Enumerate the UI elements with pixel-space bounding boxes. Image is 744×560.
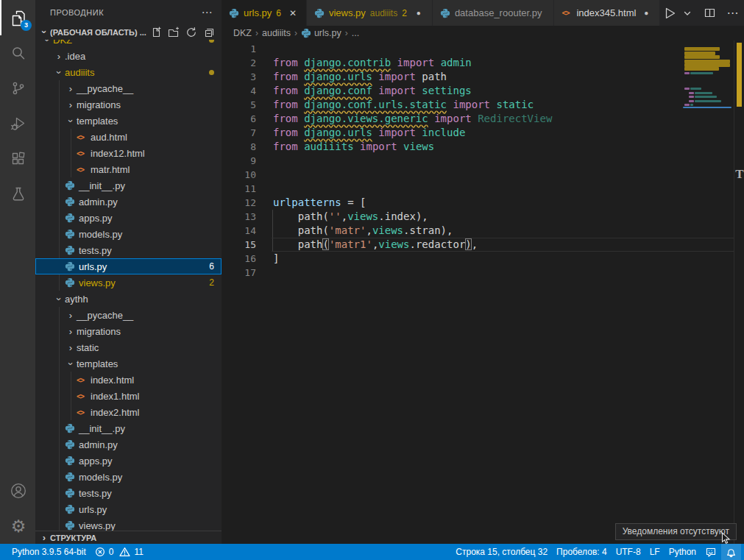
tree-item-urls.py[interactable]: urls.py (35, 501, 222, 517)
tree-item-__init__.py[interactable]: __init__.py (35, 420, 222, 436)
tree-item-tests.py[interactable]: tests.py (35, 242, 222, 258)
modified-dot-icon[interactable]: ● (640, 9, 652, 17)
refresh-button[interactable] (185, 26, 198, 39)
status-encoding[interactable]: UTF-8 (612, 544, 645, 560)
tree-item-.idea[interactable]: ›.idea (35, 48, 222, 64)
breadcrumb-item-audiiits[interactable]: audiiits (262, 28, 291, 38)
code-line-16[interactable]: 16] (222, 252, 744, 266)
tree-item-views.py[interactable]: views.py2 (35, 274, 222, 291)
status-eol[interactable]: LF (645, 544, 665, 560)
code-line-1[interactable]: 1 (222, 42, 744, 56)
editor-scrollbar[interactable]: T (734, 40, 744, 544)
code-line-12[interactable]: 12urlpatterns = [ (222, 196, 744, 210)
tab-index345[interactable]: <>index345.html● (554, 0, 660, 26)
status-feedback[interactable] (701, 544, 721, 560)
tree-item-index.html[interactable]: <>index.html (35, 372, 222, 388)
close-icon[interactable]: ✕ (287, 8, 299, 18)
workspace-actions (149, 26, 216, 39)
python-file-icon (65, 520, 79, 531)
tree-item-migrations[interactable]: ›migrations (35, 96, 222, 113)
tab-database-roouter[interactable]: database_roouter.py (433, 0, 555, 26)
code-line-8[interactable]: 8from audiiits import views (222, 140, 744, 154)
code-line-6[interactable]: 6from django.views.generic import Redire… (222, 112, 744, 126)
tree-item-index1.html[interactable]: <>index1.html (35, 388, 222, 404)
more-actions-button[interactable]: ⋯ (724, 4, 741, 23)
activity-item-settings[interactable]: ⚙ (0, 508, 35, 544)
tree-item-models.py[interactable]: models.py (35, 226, 222, 242)
activity-item-testing[interactable] (0, 177, 35, 212)
code-line-7[interactable]: 7from django.urls import include (222, 126, 744, 140)
tree-item-admin.py[interactable]: admin.py (35, 194, 222, 210)
tree-item-aythh[interactable]: ›aythh (35, 291, 222, 307)
breadcrumb-item-urls.py[interactable]: urls.py (301, 28, 341, 38)
status-notifications[interactable] (721, 544, 741, 560)
tree-item-aud.html[interactable]: <>aud.html (35, 129, 222, 145)
tree-item-apps.py[interactable]: apps.py (35, 210, 222, 226)
code-line-4[interactable]: 4from django.conf import settings (222, 84, 744, 98)
code-line-11[interactable]: 11 (222, 182, 744, 196)
code-line-9[interactable]: 9 (222, 154, 744, 168)
activity-item-explorer[interactable]: 3 (0, 0, 35, 35)
tree-item-templates[interactable]: ›templates (35, 113, 222, 129)
activity-item-extensions[interactable] (0, 141, 35, 177)
minimap[interactable] (682, 40, 734, 544)
code-token: from (273, 141, 304, 152)
outline-section-header[interactable]: › СТРУКТУРА (35, 531, 222, 544)
code-line-3[interactable]: 3from django.urls import path (222, 70, 744, 84)
run-button[interactable] (660, 4, 679, 23)
tree-item-audiiits[interactable]: ›audiiits (35, 64, 222, 80)
breadcrumb-item-DKZ[interactable]: DKZ (233, 28, 252, 38)
tree-item-__pycache__[interactable]: ›__pycache__ (35, 80, 222, 96)
tree-item-index2.html[interactable]: <>index2.html (35, 404, 222, 420)
activity-item-search[interactable] (0, 35, 35, 71)
status-problems[interactable]: 011 (91, 544, 148, 560)
tree-item-migrations[interactable]: ›migrations (35, 323, 222, 339)
breadcrumb-item-...[interactable]: ... (352, 28, 359, 38)
tree-item-DKZ[interactable]: ›DKZ (35, 40, 222, 48)
split-editor-button[interactable] (701, 4, 718, 23)
code-line-14[interactable]: 14 path('matr',views.stran), (222, 224, 744, 238)
status-language-mode[interactable]: Python (665, 544, 701, 560)
activity-item-account[interactable] (0, 473, 35, 508)
collapse-all-button[interactable] (202, 26, 216, 39)
status-cursor-position[interactable]: Строка 15, столбец 32 (451, 544, 552, 560)
tree-item-matr.html[interactable]: <>matr.html (35, 161, 222, 177)
code-line-2[interactable]: 2from django.contrib import admin (222, 56, 744, 70)
activity-item-run-debug[interactable] (0, 106, 35, 141)
tree-item-views.py[interactable]: views.py (35, 517, 222, 531)
status-indentation[interactable]: Пробелов: 4 (552, 544, 612, 560)
tree-item-templates[interactable]: ›templates (35, 355, 222, 372)
modified-dot-icon[interactable]: ● (413, 9, 425, 17)
activity-item-source-control[interactable] (0, 71, 35, 106)
tree-item-admin.py[interactable]: admin.py (35, 436, 222, 453)
chevron-down-icon: › (65, 358, 77, 369)
new-file-button[interactable] (149, 26, 163, 39)
code-line-10[interactable]: 10 (222, 168, 744, 182)
tree-item-apps.py[interactable]: apps.py (35, 453, 222, 469)
line-number: 8 (222, 140, 256, 154)
tree-item-index12.html[interactable]: <>index12.html (35, 145, 222, 161)
workspace-header[interactable]: › (РАБОЧАЯ ОБЛАСТЬ) ... (35, 24, 222, 40)
run-dropdown-chevron-icon[interactable] (681, 4, 694, 23)
code-line-15[interactable]: 15 path('matr1',views.redactor), (222, 238, 744, 252)
line-content: from django.urls import include (256, 127, 465, 138)
tree-item-__pycache__[interactable]: ›__pycache__ (35, 307, 222, 323)
tree-item-models.py[interactable]: models.py (35, 469, 222, 485)
code-line-13[interactable]: 13 path('',views.index), (222, 210, 744, 224)
new-folder-button[interactable] (167, 26, 180, 39)
tab-views[interactable]: views.pyaudiiits2● (307, 0, 433, 26)
explorer-more-button[interactable]: ⋯ (202, 6, 213, 19)
tree-item-label: views.py (79, 520, 116, 531)
code-line-17[interactable]: 17 (222, 266, 744, 280)
code-line-5[interactable]: 5from django.conf.urls.static import sta… (222, 98, 744, 112)
tree-item-static[interactable]: ›static (35, 339, 222, 355)
code-token: django.views.generic (304, 113, 428, 124)
tree-item-__init__.py[interactable]: __init__.py (35, 177, 222, 194)
tab-urls[interactable]: urls.py6✕ (222, 0, 307, 26)
tree-item-tests.py[interactable]: tests.py (35, 485, 222, 501)
status-python-interpreter[interactable]: Python 3.9.5 64-bit (7, 544, 91, 560)
html-file-icon: <> (77, 133, 91, 141)
tree-item-label: aud.html (91, 132, 127, 143)
editor-code-area[interactable]: 12from django.contrib import admin3from … (222, 40, 744, 544)
tree-item-urls.py[interactable]: urls.py6 (35, 258, 222, 274)
